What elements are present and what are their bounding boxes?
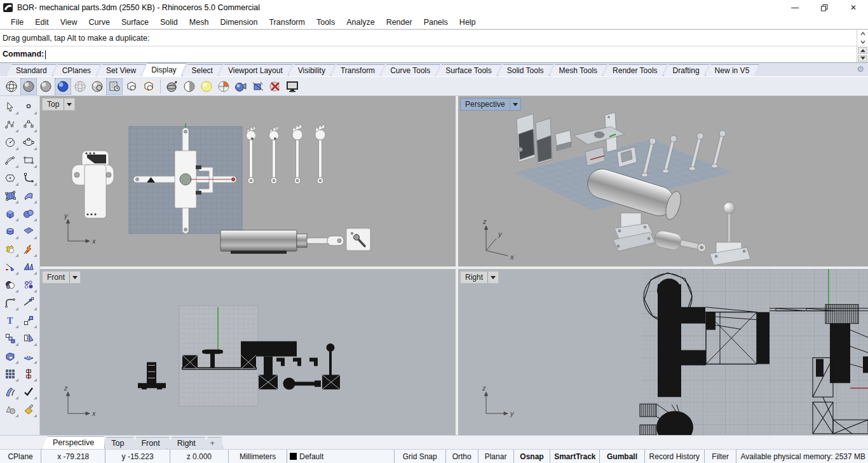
viewport-tab-right[interactable]: Right <box>166 437 207 449</box>
shaded-sphere-icon[interactable] <box>38 79 53 94</box>
menu-help[interactable]: Help <box>454 17 482 28</box>
right-view-canvas[interactable]: z y <box>458 269 868 435</box>
spin-down-icon[interactable] <box>858 55 867 62</box>
check-icon[interactable] <box>20 383 37 400</box>
tab-render-tools[interactable]: Render Tools <box>603 64 667 76</box>
select-icon[interactable] <box>2 98 19 115</box>
viewport-top[interactable]: y x Top <box>40 96 456 266</box>
cylinder-icon[interactable] <box>2 223 19 240</box>
command-spinner[interactable] <box>857 46 868 62</box>
surface-from-points-icon[interactable] <box>2 187 19 204</box>
blend-curve-icon[interactable] <box>20 169 37 186</box>
grid-array-icon[interactable] <box>2 365 19 382</box>
tab-cplanes[interactable]: CPlanes <box>53 64 100 76</box>
boolean-icon[interactable] <box>2 240 19 258</box>
wireframe-viewport-icon[interactable] <box>4 79 19 94</box>
tab-mesh-tools[interactable]: Mesh Tools <box>550 64 607 76</box>
command-history-scrollbar[interactable] <box>857 30 868 46</box>
viewport-right-label[interactable]: Right <box>460 271 499 284</box>
menu-panels[interactable]: Panels <box>418 17 454 28</box>
tab-set-view[interactable]: Set View <box>97 64 146 76</box>
gear-icon[interactable]: ⚙ <box>857 64 864 74</box>
boolean-union-icon[interactable] <box>2 347 19 364</box>
menu-curve[interactable]: Curve <box>83 17 116 28</box>
tab-viewport-layout[interactable]: Viewport Layout <box>219 64 292 76</box>
split-icon[interactable] <box>20 258 37 275</box>
top-view-canvas[interactable]: y x <box>40 96 456 266</box>
fullscreen-monitor-icon[interactable] <box>285 79 300 94</box>
curve-boolean-icon[interactable] <box>2 276 19 293</box>
shade-selected-icon[interactable] <box>182 79 197 94</box>
scroll-down-icon[interactable] <box>857 38 868 46</box>
axis-sphere-icon[interactable] <box>216 79 231 94</box>
viewport-tab-top[interactable]: Top <box>100 437 135 449</box>
sphere-icon[interactable] <box>20 205 37 222</box>
cplane-pane[interactable]: CPlane <box>0 450 41 463</box>
menu-edit[interactable]: Edit <box>29 17 55 28</box>
tab-select[interactable]: Select <box>182 64 222 76</box>
units-pane[interactable]: Millimeters <box>229 450 287 463</box>
paneled-surface-icon[interactable] <box>20 223 37 240</box>
polygon-icon[interactable] <box>2 169 19 186</box>
linear-array-icon[interactable] <box>20 365 37 382</box>
front-view-canvas[interactable]: z x <box>40 269 456 435</box>
pen-viewport-icon[interactable] <box>141 79 156 94</box>
toggle-gumball[interactable]: Gumball <box>600 450 645 463</box>
toggle-smarttrack[interactable]: SmartTrack <box>550 450 600 463</box>
tab-solid-tools[interactable]: Solid Tools <box>498 64 553 76</box>
trim-icon[interactable] <box>2 258 19 275</box>
tab-new-in-v5[interactable]: New in V5 <box>705 64 759 76</box>
tab-standard[interactable]: Standard <box>6 64 57 76</box>
circle-icon[interactable] <box>2 134 19 151</box>
tab-visibility[interactable]: Visibility <box>288 64 335 76</box>
offset-icon[interactable] <box>2 383 19 400</box>
menu-dimension[interactable]: Dimension <box>214 17 263 28</box>
control-point-curve-icon[interactable] <box>20 116 37 133</box>
spin-up-icon[interactable] <box>858 47 867 54</box>
toggle-planar[interactable]: Planar <box>478 450 514 463</box>
extend-curve-icon[interactable] <box>20 294 37 311</box>
menu-mesh[interactable]: Mesh <box>184 17 215 28</box>
artistic-viewport-icon[interactable] <box>124 79 139 94</box>
menu-solid[interactable]: Solid <box>154 17 184 28</box>
rendered-viewport-icon[interactable] <box>55 79 71 94</box>
arc-icon[interactable] <box>2 151 19 169</box>
array-on-surface-icon[interactable] <box>20 347 37 364</box>
sun-sphere-icon[interactable] <box>199 79 214 94</box>
curved-surface-icon[interactable] <box>20 187 37 204</box>
copy-icon[interactable] <box>2 329 19 347</box>
box-icon[interactable] <box>2 205 19 222</box>
viewport-perspective[interactable]: z y x Perspective <box>458 96 868 266</box>
primitives-icon[interactable] <box>2 401 19 418</box>
viewport-perspective-dropdown-icon[interactable] <box>510 99 520 110</box>
restore-button[interactable] <box>810 0 839 15</box>
rectangle-icon[interactable] <box>20 151 37 169</box>
minimize-button[interactable]: — <box>780 0 810 15</box>
toggle-record-history[interactable]: Record History <box>645 450 705 463</box>
polyline-icon[interactable] <box>2 116 19 133</box>
material-icon[interactable] <box>20 401 37 418</box>
text-icon[interactable]: T <box>2 312 19 329</box>
tab-curve-tools[interactable]: Curve Tools <box>381 64 440 76</box>
viewport-front[interactable]: z x Front <box>40 269 456 435</box>
menu-surface[interactable]: Surface <box>116 17 154 28</box>
viewport-right[interactable]: z y Right <box>458 269 868 435</box>
remove-clipping-icon[interactable] <box>268 79 283 94</box>
viewport-top-label[interactable]: Top <box>42 98 75 111</box>
technical-viewport-icon[interactable] <box>107 79 122 94</box>
menu-render[interactable]: Render <box>381 17 418 28</box>
menu-file[interactable]: File <box>5 17 29 28</box>
command-input[interactable]: Command: <box>0 50 857 59</box>
toggle-ortho[interactable]: Ortho <box>446 450 478 463</box>
tab-transform[interactable]: Transform <box>331 64 384 76</box>
explode-icon[interactable] <box>20 240 37 258</box>
scroll-up-icon[interactable] <box>857 30 868 38</box>
toggle-grid-snap[interactable]: Grid Snap <box>395 450 446 463</box>
tab-surface-tools[interactable]: Surface Tools <box>436 64 501 76</box>
mirror-icon[interactable] <box>20 329 37 347</box>
viewport-front-label[interactable]: Front <box>42 271 81 284</box>
viewport-tab-perspective[interactable]: Perspective <box>42 436 105 449</box>
layer-pane[interactable]: Default <box>287 450 394 463</box>
menu-transform[interactable]: Transform <box>263 17 311 28</box>
camera-sphere-icon[interactable] <box>233 79 248 94</box>
